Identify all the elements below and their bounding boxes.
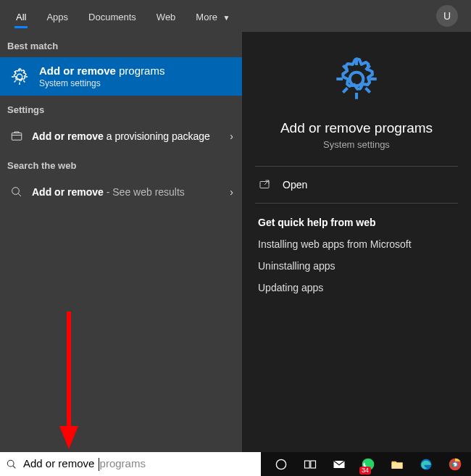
search-icon bbox=[6, 459, 17, 470]
best-match-title: Add or remove programs bbox=[39, 64, 164, 77]
tab-documents[interactable]: Documents bbox=[78, 4, 146, 28]
tab-all[interactable]: All bbox=[6, 4, 36, 28]
open-label: Open bbox=[283, 179, 307, 191]
chevron-right-icon: › bbox=[230, 130, 233, 142]
whatsapp-icon[interactable]: 34 bbox=[355, 452, 381, 476]
gear-icon bbox=[9, 66, 30, 88]
search-filter-tabs: All Apps Documents Web More ▼ U bbox=[0, 0, 471, 32]
notification-badge: 34 bbox=[359, 467, 371, 475]
best-match-subtitle: System settings bbox=[39, 78, 164, 88]
settings-item-provisioning[interactable]: Add or remove a provisioning package › bbox=[0, 121, 242, 151]
mail-icon[interactable] bbox=[326, 452, 352, 476]
help-link-update[interactable]: Updating apps bbox=[258, 282, 455, 293]
tab-more[interactable]: More ▼ bbox=[186, 4, 240, 28]
section-settings: Settings bbox=[0, 96, 242, 121]
settings-item-label: Add or remove a provisioning package bbox=[32, 130, 230, 143]
results-panel: Best match Add or remove programs System… bbox=[0, 32, 242, 452]
user-avatar[interactable]: U bbox=[436, 5, 458, 27]
chrome-icon[interactable] bbox=[442, 452, 468, 476]
tab-more-label: More bbox=[196, 12, 217, 22]
best-match-item[interactable]: Add or remove programs System settings bbox=[0, 57, 242, 96]
edge-icon[interactable] bbox=[413, 452, 439, 476]
svg-rect-6 bbox=[311, 461, 316, 468]
open-action[interactable]: Open bbox=[242, 167, 471, 203]
chevron-down-icon: ▼ bbox=[223, 14, 230, 22]
search-ghost-text: programs bbox=[100, 457, 146, 469]
cortana-icon[interactable] bbox=[268, 452, 294, 476]
search-typed-text: Add or remove bbox=[23, 457, 98, 469]
task-view-icon[interactable] bbox=[297, 452, 323, 476]
tab-apps[interactable]: Apps bbox=[36, 4, 78, 28]
open-icon bbox=[258, 178, 271, 191]
package-icon bbox=[9, 130, 25, 143]
quick-help-heading: Get quick help from web bbox=[258, 217, 455, 228]
taskbar: Add or remove programs 34 bbox=[0, 452, 471, 476]
svg-point-4 bbox=[276, 459, 285, 469]
help-link-install[interactable]: Installing web apps from Microsoft bbox=[258, 238, 455, 250]
web-search-item[interactable]: Add or remove - See web results › bbox=[0, 177, 242, 207]
section-best-match: Best match bbox=[0, 32, 242, 57]
svg-rect-5 bbox=[305, 461, 310, 468]
search-icon bbox=[9, 185, 25, 199]
preview-title: Add or remove programs bbox=[280, 120, 433, 136]
file-explorer-icon[interactable] bbox=[384, 452, 410, 476]
web-search-label: Add or remove - See web results bbox=[32, 185, 230, 199]
svg-rect-8 bbox=[392, 462, 403, 468]
preview-panel: Add or remove programs System settings O… bbox=[242, 32, 471, 452]
section-search-web: Search the web bbox=[0, 151, 242, 177]
search-input[interactable]: Add or remove programs bbox=[0, 452, 261, 476]
help-link-uninstall[interactable]: Uninstalling apps bbox=[258, 260, 455, 272]
svg-rect-2 bbox=[12, 133, 22, 141]
tab-web[interactable]: Web bbox=[146, 4, 186, 28]
chevron-right-icon: › bbox=[230, 186, 233, 198]
gear-icon bbox=[331, 54, 382, 107]
preview-subtitle: System settings bbox=[323, 139, 390, 150]
